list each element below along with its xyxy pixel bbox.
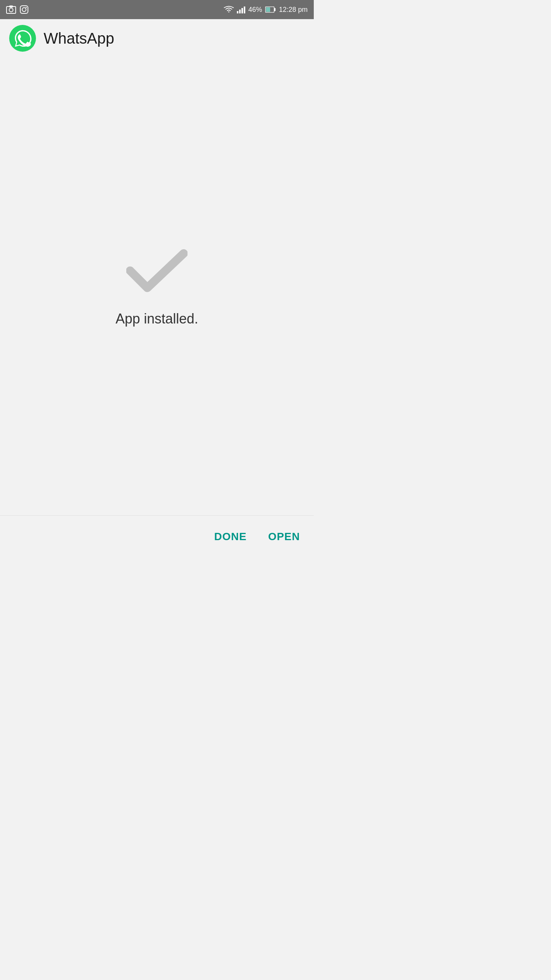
battery-icon <box>265 7 276 13</box>
svg-rect-9 <box>244 7 245 13</box>
svg-rect-12 <box>274 8 276 11</box>
open-button[interactable]: OPEN <box>267 527 302 547</box>
app-title: WhatsApp <box>44 30 114 47</box>
photo-icon <box>6 5 16 14</box>
signal-icon <box>237 6 245 13</box>
svg-rect-7 <box>239 10 241 13</box>
checkmark-icon <box>126 246 187 296</box>
status-time: 12:28 pm <box>279 6 308 14</box>
svg-rect-11 <box>266 7 270 12</box>
instagram-icon <box>20 5 28 14</box>
bottom-bar: DONE OPEN <box>0 515 314 557</box>
checkmark-container: App installed. <box>116 246 198 327</box>
status-bar-left-icons <box>6 5 28 14</box>
installed-text: App installed. <box>116 311 198 327</box>
wifi-icon <box>224 6 234 13</box>
status-bar-right-icons: 46% 12:28 pm <box>224 6 308 14</box>
battery-percent: 46% <box>248 6 262 14</box>
whatsapp-logo-svg <box>10 26 35 51</box>
svg-rect-6 <box>237 11 238 13</box>
app-icon <box>9 25 36 52</box>
done-button[interactable]: DONE <box>213 527 248 547</box>
svg-rect-8 <box>241 8 243 13</box>
main-content: App installed. <box>0 57 314 515</box>
svg-point-5 <box>26 7 27 8</box>
svg-point-4 <box>22 8 26 11</box>
svg-rect-3 <box>20 6 28 13</box>
status-bar: 46% 12:28 pm <box>0 0 314 19</box>
app-header: WhatsApp <box>0 19 314 57</box>
svg-point-1 <box>9 8 13 12</box>
